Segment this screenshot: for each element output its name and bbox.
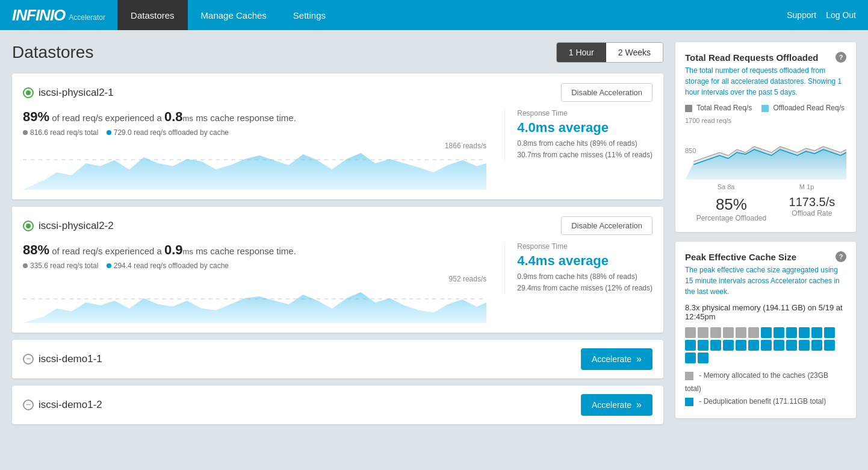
help-icon-2[interactable]: ? [835,251,846,262]
ds-chart-2: 952 reads/s [23,275,486,323]
ds-legend-2: 335.6 read req/s total 294.4 read req/s … [23,262,486,270]
cache-cell-blue-7 [685,340,696,351]
ds-simple-name-1: iscsi-demo1-1 [23,353,102,365]
cache-cell-blue-18 [824,340,835,351]
panel-peak-cache-size: Peak Effective Cache Size ? The peak eff… [675,242,856,418]
cache-cell-blue-2 [773,327,784,338]
ds-main-stat-2: 88% of read req/s experienced a 0.9ms ms… [23,242,486,323]
ds-response-2: Response Time 4.4ms average 0.9ms from c… [504,242,653,294]
accelerate-icon-2: » [636,400,642,410]
disable-acceleration-btn-1[interactable]: Disable Acceleration [561,83,653,102]
cache-cell-blue-14 [773,340,784,351]
cache-cell-blue-13 [761,340,772,351]
cache-cell-blue-20 [698,352,708,363]
ds-name-2: iscsi-physical2-2 [23,220,114,232]
support-link[interactable]: Support [787,10,816,20]
accelerate-btn-1[interactable]: Accelerate » [581,348,653,370]
status-icon-inactive-2 [23,400,34,410]
cache-cell-grey-3 [710,327,721,338]
brand-sub: Accelerator [69,13,105,22]
ds-stat-text-1: 89% of read req/s experienced a 0.8ms ms… [23,109,486,125]
cache-cell-blue-9 [710,340,721,351]
cache-bar-grid [685,327,846,363]
ds-stat-text-2: 88% of read req/s experienced a 0.9ms ms… [23,242,486,258]
page-header: Datastores 1 Hour 2 Weeks [12,42,663,63]
main-content: Datastores 1 Hour 2 Weeks iscsi-physical… [0,30,868,443]
panel-legend-1: Total Read Req/s Offloaded Read Req/s [685,104,846,112]
cache-cell-blue-4 [799,327,810,338]
brand-logo: INFINIO [12,6,65,25]
cache-cell-blue-19 [685,352,696,363]
svg-marker-5 [685,149,846,180]
nav-item-settings[interactable]: Settings [280,0,339,30]
cache-cell-grey-5 [736,327,746,338]
cache-cell-blue-8 [698,340,708,351]
cache-cell-blue-1 [761,327,772,338]
ds-card-header-2: iscsi-physical2-2 Disable Acceleration [23,216,653,235]
ds-response-1: Response Time 4.0ms average 0.8ms from c… [504,109,653,161]
right-column: Total Read Requests Offloaded ? The tota… [675,42,856,431]
datastore-simple-iscsi-demo1-1: iscsi-demo1-1 Accelerate » [12,340,663,378]
metric-offload-rate: 1173.5/s Offload Rate [789,195,835,222]
accelerate-btn-2[interactable]: Accelerate » [581,394,653,416]
panel-metrics-1: 85% Percentage Offloaded 1173.5/s Offloa… [685,195,846,222]
cache-cell-blue-12 [748,340,759,351]
ds-name-1: iscsi-physical2-1 [23,87,114,99]
cache-cell-blue-10 [723,340,734,351]
ds-stats-1: 89% of read req/s experienced a 0.8ms ms… [23,109,653,190]
ds-simple-name-2: iscsi-demo1-2 [23,399,102,411]
status-icon-active-1 [23,87,34,98]
cache-cell-grey-1 [685,327,696,338]
panel-title-1: Total Read Requests Offloaded ? [685,52,846,63]
left-column: Datastores 1 Hour 2 Weeks iscsi-physical… [12,42,663,431]
ds-stats-2: 88% of read req/s experienced a 0.9ms ms… [23,242,653,323]
page-title: Datastores [12,43,93,62]
cache-cell-blue-5 [811,327,822,338]
cache-cell-grey-2 [698,327,708,338]
cache-cell-blue-16 [799,340,810,351]
panel-title-2: Peak Effective Cache Size ? [685,251,846,262]
brand: INFINIO Accelerator [12,6,105,25]
cache-legend-blue-box [685,398,693,406]
cache-cell-blue-6 [824,327,835,338]
datastore-card-iscsi-physical2-2: iscsi-physical2-2 Disable Acceleration 8… [12,207,663,333]
nav-item-manage-caches[interactable]: Manage Caches [188,0,280,30]
cache-legend-grey-box [685,372,693,380]
cache-cell-blue-11 [736,340,746,351]
nav-items: Datastores Manage Caches Settings [117,0,339,30]
time-toggle: 1 Hour 2 Weeks [556,42,663,63]
time-btn-1hour[interactable]: 1 Hour [557,43,606,62]
panel-chart-1: 1700 read req/s 850 [685,117,846,177]
navbar: INFINIO Accelerator Datastores Manage Ca… [0,0,868,30]
panel-desc-1: The total number of requests offloaded f… [685,65,846,98]
metric-pct-offloaded: 85% Percentage Offloaded [696,195,767,222]
ds-legend-1: 816.6 read req/s total 729.0 read req/s … [23,128,486,137]
ds-card-header-1: iscsi-physical2-1 Disable Acceleration [23,83,653,102]
disable-acceleration-btn-2[interactable]: Disable Acceleration [561,216,653,235]
cache-summary: 8.3x physical memory (194.11 GB) on 5/19… [685,303,846,321]
chart-x-labels-1: Sa 8a M 1p [685,183,846,190]
svg-marker-0 [23,152,486,190]
time-btn-2weeks[interactable]: 2 Weeks [606,43,663,62]
cache-cell-grey-4 [723,327,734,338]
ds-chart-1: 1866 reads/s [23,142,486,190]
datastore-simple-iscsi-demo1-2: iscsi-demo1-2 Accelerate » [12,386,663,424]
panel-total-read-requests: Total Read Requests Offloaded ? The tota… [675,42,856,232]
status-icon-inactive-1 [23,354,34,365]
cache-legend: - Memory allocated to the caches (23GB t… [685,369,846,409]
cache-cell-blue-3 [786,327,797,338]
ds-main-stat-1: 89% of read req/s experienced a 0.8ms ms… [23,109,486,190]
status-icon-active-2 [23,221,34,231]
cache-cell-blue-17 [811,340,822,351]
nav-item-datastores[interactable]: Datastores [117,0,188,30]
nav-right: Support Log Out [787,10,868,20]
accelerate-icon-1: » [636,354,642,365]
cache-cell-blue-15 [786,340,797,351]
logout-link[interactable]: Log Out [826,10,856,20]
datastore-card-iscsi-physical2-1: iscsi-physical2-1 Disable Acceleration 8… [12,74,663,199]
cache-cell-grey-6 [748,327,759,338]
panel-desc-2: The peak effective cache size aggregated… [685,265,846,297]
help-icon-1[interactable]: ? [835,52,846,63]
